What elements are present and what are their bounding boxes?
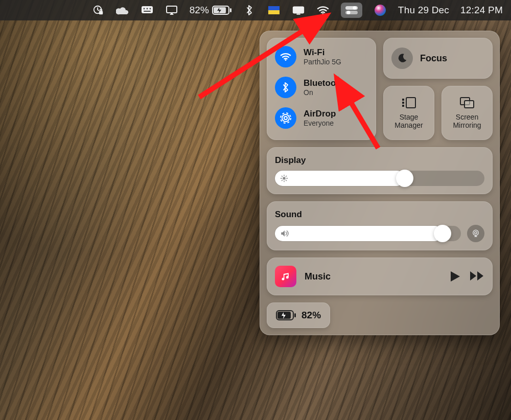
svg-rect-12 bbox=[268, 10, 280, 14]
media-title: Music bbox=[305, 271, 443, 282]
cloud-icon[interactable] bbox=[116, 4, 129, 17]
svg-point-14 bbox=[322, 13, 323, 14]
bluetooth-icon bbox=[275, 77, 296, 98]
svg-point-29 bbox=[283, 177, 285, 179]
control-center-icon bbox=[345, 6, 358, 14]
svg-point-18 bbox=[346, 11, 350, 14]
svg-rect-26 bbox=[402, 105, 404, 107]
stage-manager-tile[interactable]: StageManager bbox=[383, 86, 434, 140]
airdrop-title: AirDrop bbox=[304, 109, 336, 119]
display-card: Display bbox=[267, 147, 493, 194]
screen-mirroring-tile[interactable]: ScreenMirroring bbox=[442, 86, 493, 140]
battery-percent-text: 82% bbox=[190, 5, 209, 16]
menubar-time[interactable]: 12:24 PM bbox=[460, 5, 503, 16]
svg-rect-9 bbox=[230, 8, 231, 12]
play-button[interactable] bbox=[451, 271, 460, 282]
display-title: Display bbox=[275, 155, 484, 166]
stage-label-2: Manager bbox=[394, 121, 423, 129]
screen-mirroring-icon bbox=[459, 97, 475, 109]
battery-tile-label: 82% bbox=[301, 310, 321, 321]
connectivity-card: Wi-Fi ParthJio 5G Bluetooth On AirDrop E… bbox=[267, 38, 376, 140]
control-center-button[interactable] bbox=[341, 3, 362, 18]
music-app-icon bbox=[275, 266, 296, 287]
keyboard-input-icon[interactable] bbox=[141, 4, 154, 17]
moon-icon bbox=[391, 48, 413, 69]
stage-manager-icon bbox=[401, 97, 416, 109]
sound-airplay-button[interactable] bbox=[467, 225, 484, 242]
sound-card: Sound bbox=[267, 201, 493, 250]
svg-point-19 bbox=[285, 59, 287, 61]
svg-rect-28 bbox=[464, 101, 474, 108]
menubar: 82% Thu 29 Dec 12:24 PM bbox=[0, 0, 511, 20]
wifi-icon bbox=[275, 46, 296, 67]
control-center-panel: Wi-Fi ParthJio 5G Bluetooth On AirDrop E… bbox=[260, 31, 500, 335]
battery-menu[interactable]: 82% bbox=[190, 5, 231, 16]
mirror-label-1: Screen bbox=[456, 113, 478, 121]
svg-point-4 bbox=[146, 8, 148, 10]
svg-rect-7 bbox=[167, 6, 177, 13]
battery-tile[interactable]: 82% bbox=[267, 302, 330, 328]
svg-rect-23 bbox=[406, 98, 415, 108]
svg-point-30 bbox=[475, 231, 477, 234]
airdrop-row[interactable]: AirDrop Everyone bbox=[275, 107, 368, 129]
svg-point-31 bbox=[473, 230, 479, 236]
media-card[interactable]: Music bbox=[267, 258, 493, 295]
display-menu-icon[interactable] bbox=[292, 4, 305, 17]
svg-rect-1 bbox=[99, 11, 103, 14]
sound-title: Sound bbox=[275, 209, 484, 220]
battery-icon bbox=[212, 6, 231, 15]
clock-lock-icon[interactable] bbox=[91, 4, 105, 17]
speaker-icon bbox=[280, 229, 289, 238]
wifi-title: Wi-Fi bbox=[304, 48, 341, 58]
bluetooth-menu-icon[interactable] bbox=[243, 4, 256, 17]
airplay-menu-icon[interactable] bbox=[165, 4, 178, 17]
airplay-audio-icon bbox=[471, 229, 480, 238]
svg-rect-33 bbox=[294, 313, 296, 317]
focus-card[interactable]: Focus bbox=[383, 38, 493, 79]
svg-rect-25 bbox=[402, 102, 404, 104]
flag-icon[interactable] bbox=[267, 4, 281, 17]
mirror-label-2: Mirroring bbox=[453, 121, 481, 129]
airdrop-icon bbox=[275, 107, 296, 129]
focus-title: Focus bbox=[420, 53, 447, 64]
bluetooth-title: Bluetooth bbox=[304, 78, 344, 88]
sound-slider[interactable] bbox=[275, 226, 461, 241]
forward-button[interactable] bbox=[470, 271, 484, 282]
brightness-icon bbox=[280, 174, 288, 182]
wifi-menu-icon[interactable] bbox=[316, 4, 330, 17]
battery-tile-icon bbox=[276, 310, 296, 320]
svg-rect-6 bbox=[144, 11, 151, 12]
svg-rect-13 bbox=[296, 14, 300, 15]
siri-icon[interactable] bbox=[374, 4, 387, 17]
svg-point-16 bbox=[353, 6, 356, 10]
svg-rect-11 bbox=[268, 6, 280, 10]
svg-point-20 bbox=[284, 116, 287, 120]
svg-point-5 bbox=[149, 8, 151, 10]
stage-label-1: Stage bbox=[400, 113, 419, 121]
svg-rect-2 bbox=[142, 6, 153, 13]
svg-point-21 bbox=[282, 114, 289, 122]
airdrop-subtitle: Everyone bbox=[304, 119, 336, 127]
menubar-date[interactable]: Thu 29 Dec bbox=[398, 5, 449, 16]
bluetooth-subtitle: On bbox=[304, 88, 344, 97]
svg-rect-24 bbox=[402, 99, 404, 101]
display-slider[interactable] bbox=[275, 171, 484, 186]
wifi-subtitle: ParthJio 5G bbox=[304, 58, 341, 66]
wifi-row[interactable]: Wi-Fi ParthJio 5G bbox=[275, 46, 368, 67]
battery-row: 82% bbox=[267, 302, 493, 328]
small-tiles: StageManager ScreenMirroring bbox=[383, 86, 493, 140]
bluetooth-row[interactable]: Bluetooth On bbox=[275, 77, 368, 98]
svg-point-3 bbox=[143, 8, 145, 10]
